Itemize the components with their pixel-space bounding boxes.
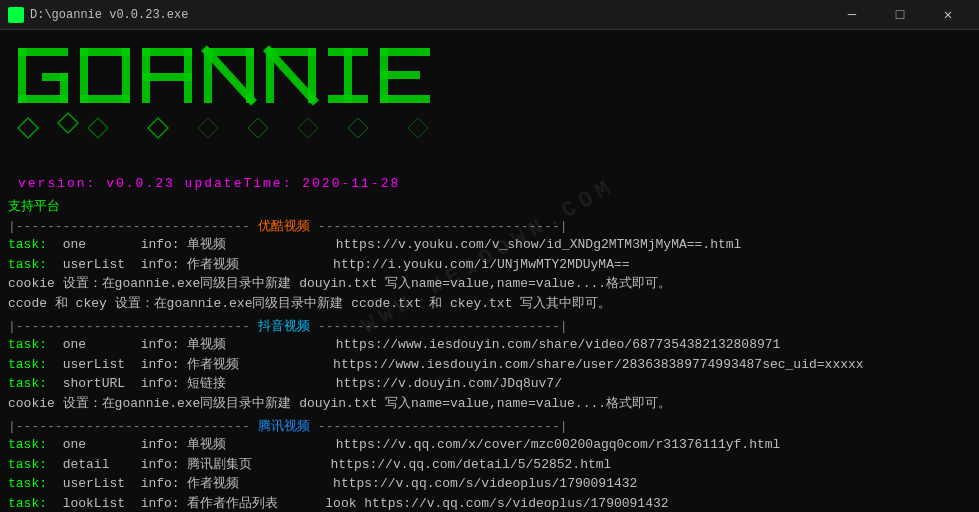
douyin-task-3: task: shortURL info: 短链接 https://v.douyi…	[8, 374, 971, 394]
douyin-header: |------------------------------ 抖音视频 ---…	[8, 317, 971, 335]
logo-svg: .logo-char { fill: none; stroke: #00cc00…	[8, 38, 448, 168]
youku-section: |------------------------------ 优酷视频 ---…	[8, 217, 971, 313]
douyin-section: |------------------------------ 抖音视频 ---…	[8, 317, 971, 413]
youku-cookie: cookie 设置：在goannie.exe同级目录中新建 douyin.txt…	[8, 274, 971, 294]
youku-ccode: ccode 和 ckey 设置：在goannie.exe同级目录中新建 ccod…	[8, 294, 971, 314]
youku-sep-left: |------------------------------	[8, 219, 250, 234]
tencent-sep-left: |------------------------------	[8, 419, 250, 434]
svg-marker-31	[148, 118, 168, 138]
svg-rect-8	[122, 48, 130, 103]
app-icon	[8, 7, 24, 23]
svg-rect-23	[344, 48, 352, 103]
titlebar-title: D:\goannie v0.0.23.exe	[30, 8, 188, 22]
tencent-task-1: task: one info: 单视频 https://v.qq.com/x/c…	[8, 435, 971, 455]
titlebar-left: D:\goannie v0.0.23.exe	[8, 7, 188, 23]
svg-marker-30	[88, 118, 108, 138]
version-line: version: v0.0.23 updateTime: 2020-11-28	[18, 176, 971, 191]
terminal-content: .logo-char { fill: none; stroke: #00cc00…	[0, 30, 979, 512]
tencent-task-3: task: userList info: 作者视频 https://v.qq.c…	[8, 474, 971, 494]
titlebar: D:\goannie v0.0.23.exe ─ □ ✕	[0, 0, 979, 30]
svg-marker-28	[58, 113, 78, 133]
platform-label: 支持平台	[8, 197, 60, 215]
svg-marker-34	[298, 118, 318, 138]
youku-sep-right: -------------------------------|	[318, 219, 568, 234]
youku-header: |------------------------------ 优酷视频 ---…	[8, 217, 971, 235]
close-button[interactable]: ✕	[925, 0, 971, 30]
tencent-task-2: task: detail info: 腾讯剧集页 https://v.qq.co…	[8, 455, 971, 475]
tencent-header: |------------------------------ 腾讯视频 ---…	[8, 417, 971, 435]
youku-task-1: task: one info: 单视频 https://v.youku.com/…	[8, 235, 971, 255]
minimize-button[interactable]: ─	[829, 0, 875, 30]
youku-title: 优酷视频	[258, 217, 310, 235]
tencent-task-4: task: lookList info: 看作者作品列表 look https:…	[8, 494, 971, 513]
svg-rect-4	[42, 73, 68, 81]
douyin-task-1: task: one info: 单视频 https://www.iesdouyi…	[8, 335, 971, 355]
svg-rect-1	[18, 48, 26, 103]
svg-marker-33	[248, 118, 268, 138]
tencent-section: |------------------------------ 腾讯视频 ---…	[8, 417, 971, 512]
tencent-title: 腾讯视频	[258, 417, 310, 435]
douyin-title: 抖音视频	[258, 317, 310, 335]
douyin-sep-right: -------------------------------|	[318, 319, 568, 334]
douyin-sep-left: |------------------------------	[8, 319, 250, 334]
svg-marker-35	[348, 118, 368, 138]
svg-marker-29	[18, 118, 38, 138]
youku-task-2: task: userList info: 作者视频 http://i.youku…	[8, 255, 971, 275]
douyin-task-2: task: userList info: 作者视频 https://www.ie…	[8, 355, 971, 375]
svg-rect-27	[380, 71, 420, 79]
svg-rect-12	[142, 73, 192, 81]
svg-marker-32	[198, 118, 218, 138]
tencent-sep-right: -------------------------------|	[318, 419, 568, 434]
svg-rect-7	[80, 48, 88, 103]
svg-marker-36	[408, 118, 428, 138]
titlebar-controls: ─ □ ✕	[829, 0, 971, 30]
maximize-button[interactable]: □	[877, 0, 923, 30]
douyin-cookie: cookie 设置：在goannie.exe同级目录中新建 douyin.txt…	[8, 394, 971, 414]
logo-area: .logo-char { fill: none; stroke: #00cc00…	[8, 34, 971, 172]
